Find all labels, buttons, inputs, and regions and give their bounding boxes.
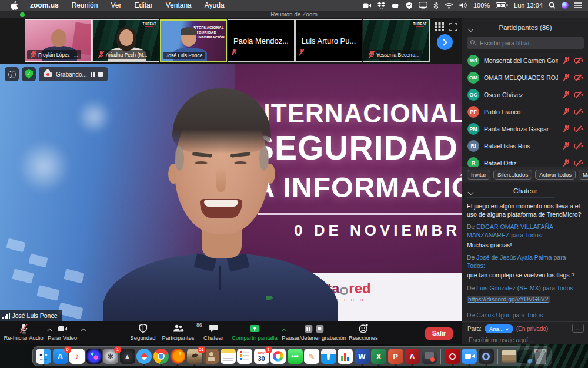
video-tile-froyl-n-l-pez[interactable]: Froylán López –... bbox=[25, 19, 92, 62]
siri-icon[interactable] bbox=[562, 2, 569, 9]
app-store-dock-icon[interactable]: A6 bbox=[53, 349, 68, 364]
gallery-view-icon[interactable] bbox=[435, 22, 444, 31]
notification-badge: 6 bbox=[64, 346, 71, 353]
pause-recording-icon[interactable] bbox=[305, 325, 312, 333]
participants-panel-header[interactable]: Participantes (86) bbox=[462, 24, 588, 35]
video-tile-ariadna-pech-m[interactable]: THREATAriadna Pech (M... bbox=[92, 19, 159, 62]
spotlight-search-icon[interactable] bbox=[549, 2, 556, 9]
toolbar-reacciones[interactable]: Reacciones bbox=[349, 323, 378, 341]
firefox-dock-icon[interactable] bbox=[170, 349, 185, 364]
participant-row[interactable]: RRafael Ortiz bbox=[462, 154, 588, 167]
notes-dock-icon[interactable] bbox=[220, 349, 236, 364]
action-button-silen-todos[interactable]: Silen...todos bbox=[493, 170, 532, 180]
zoom-dock-icon[interactable] bbox=[462, 349, 477, 364]
chat-message-input[interactable] bbox=[467, 335, 582, 344]
toolbar-chatear[interactable]: Chatear bbox=[203, 323, 223, 341]
video-tile-jos-luis-ponce[interactable]: NTERNACIONALSEGURIDADA INFORMACIÓNJosé L… bbox=[160, 19, 227, 62]
menu-reuni-n[interactable]: Reunión bbox=[65, 1, 105, 9]
menu-clock[interactable]: Lun 13:04 bbox=[514, 2, 543, 9]
stop-recording-icon[interactable] bbox=[316, 325, 323, 333]
chat-link[interactable]: https://discord.gg/vYDVG6V2 bbox=[467, 296, 550, 304]
participant-row[interactable]: OCOscar Chávez bbox=[462, 86, 588, 103]
cloud-sync-icon[interactable] bbox=[391, 2, 400, 9]
participants-filter-input[interactable] bbox=[479, 37, 580, 49]
excel-dock-icon[interactable]: X bbox=[371, 349, 386, 364]
encryption-shield-button[interactable]: ✓ bbox=[22, 67, 36, 81]
video-tile-paola-mendoz[interactable]: Paola Mendoz... bbox=[228, 19, 295, 62]
participant-row[interactable]: PFPablo Franco bbox=[462, 103, 588, 120]
toolbar-seguridad[interactable]: Seguridad bbox=[130, 323, 155, 341]
photo-mail-dock-icon[interactable]: 51 bbox=[187, 349, 202, 364]
apple-menu-icon[interactable] bbox=[11, 1, 18, 10]
menu-ventana[interactable]: Ventana bbox=[159, 1, 198, 9]
zoom-video-status-icon[interactable] bbox=[363, 2, 372, 9]
keynote-dock-icon[interactable] bbox=[321, 349, 336, 364]
action-button-invitar[interactable]: Invitar bbox=[467, 170, 490, 180]
contacts-dock-icon[interactable] bbox=[203, 349, 219, 364]
powerpoint-dock-icon[interactable]: P bbox=[388, 349, 403, 364]
participant-row[interactable]: PMPaola Mendoza Gaspar bbox=[462, 120, 588, 137]
shield-status-icon[interactable] bbox=[406, 2, 413, 9]
dropbox-icon[interactable] bbox=[377, 2, 385, 9]
bluetooth-icon[interactable] bbox=[433, 2, 439, 9]
video-tile-yessenia-becerra[interactable]: THREATYessenia Becerra... bbox=[363, 19, 430, 62]
toolbar-pausar-detener-grabaci-n[interactable]: Pausar/detener grabación bbox=[282, 323, 346, 341]
reminders-dock-icon[interactable] bbox=[237, 349, 252, 364]
calendar-dock-icon[interactable]: NOV301 bbox=[254, 349, 269, 364]
screen-recorder-dock-icon[interactable] bbox=[422, 349, 437, 364]
minimized-window-screenshot-dock-icon[interactable] bbox=[517, 350, 532, 363]
photos-dock-icon[interactable] bbox=[270, 349, 286, 364]
numbers-dock-icon[interactable] bbox=[338, 349, 353, 364]
notification-center-icon[interactable] bbox=[574, 2, 582, 8]
participant-row[interactable]: RIRafael Islas Rios bbox=[462, 137, 588, 154]
acrobat-dock-icon[interactable] bbox=[445, 349, 460, 364]
menu-ver[interactable]: Ver bbox=[104, 1, 128, 9]
chrome-dock-icon[interactable] bbox=[153, 349, 169, 364]
next-participants-page-button[interactable] bbox=[437, 34, 453, 50]
toolbar-participantes[interactable]: 86Participantes bbox=[162, 323, 195, 341]
pages-dock-icon[interactable]: ✎ bbox=[304, 349, 319, 364]
wifi-icon[interactable] bbox=[445, 2, 453, 9]
meeting-info-button[interactable]: i bbox=[5, 67, 19, 81]
word-dock-icon[interactable]: W bbox=[355, 349, 370, 364]
minimized-window-photo-dock-icon[interactable] bbox=[502, 350, 516, 363]
toolbar-parar-video[interactable]: Parar Video bbox=[48, 323, 77, 341]
participant-row[interactable]: OMOMAR MELQUIADES ROJAS bbox=[462, 69, 588, 86]
menu-ayuda[interactable]: Ayuda bbox=[198, 1, 231, 9]
autocad-dock-icon[interactable]: A bbox=[405, 349, 420, 364]
leave-meeting-button[interactable]: Salir bbox=[425, 327, 453, 340]
toolbar-compartir-pantalla[interactable]: Compartir pantalla bbox=[232, 323, 278, 341]
action-button-activar-todos[interactable]: Activar todos bbox=[535, 170, 576, 180]
messages-dock-icon[interactable]: ••• bbox=[288, 349, 303, 364]
chat-to-label: para bbox=[543, 284, 555, 291]
siri-dock-icon[interactable] bbox=[86, 349, 102, 364]
volume-icon[interactable] bbox=[459, 2, 467, 9]
participant-row[interactable]: MdMonserrat del Carmen Gonzá... bbox=[462, 52, 588, 69]
action-button-m-s[interactable]: Más bbox=[579, 170, 588, 180]
toolbar-label: Parar Video bbox=[48, 334, 77, 341]
menu-zoom-us[interactable]: zoom.us bbox=[28, 1, 65, 9]
video-tile-luis-arturo-pu[interactable]: Luis Arturo Pu... bbox=[295, 19, 362, 62]
notification-badge: 1 bbox=[114, 346, 121, 353]
safari-dock-icon[interactable] bbox=[136, 349, 152, 364]
chevron-up-icon[interactable] bbox=[81, 329, 86, 333]
pause-recording-button[interactable] bbox=[91, 72, 95, 77]
toolbar-re-iniciar-audio[interactable]: Re-Iniciar Audio bbox=[4, 323, 43, 341]
trash-dock-icon[interactable] bbox=[533, 349, 549, 364]
chat-more-options-button[interactable]: ... bbox=[572, 324, 584, 333]
music-dock-icon[interactable]: ♪ bbox=[69, 349, 85, 364]
person-silhouette bbox=[181, 27, 197, 35]
battery-charging-icon[interactable] bbox=[496, 2, 508, 8]
chat-footer: Para: Aria... (En privado) ... bbox=[462, 321, 588, 344]
launchpad-dock-icon[interactable]: ▲ bbox=[120, 349, 135, 364]
toolbar-label: Chatear bbox=[203, 334, 223, 341]
main-speaker-video: NTERNACIONAL SEGURIDAD A INFORMACIÓN 0 D… bbox=[0, 64, 462, 321]
airplay-display-icon[interactable] bbox=[419, 2, 427, 9]
quicktime-dock-icon[interactable] bbox=[479, 349, 494, 364]
menu-editar[interactable]: Editar bbox=[128, 1, 159, 9]
system-preferences-dock-icon[interactable]: ✱1 bbox=[103, 349, 118, 364]
fullscreen-icon[interactable] bbox=[449, 22, 457, 31]
recipient-selector[interactable]: Aria... bbox=[485, 324, 513, 333]
stop-recording-button[interactable] bbox=[98, 72, 103, 77]
finder-dock-icon[interactable] bbox=[36, 349, 51, 364]
